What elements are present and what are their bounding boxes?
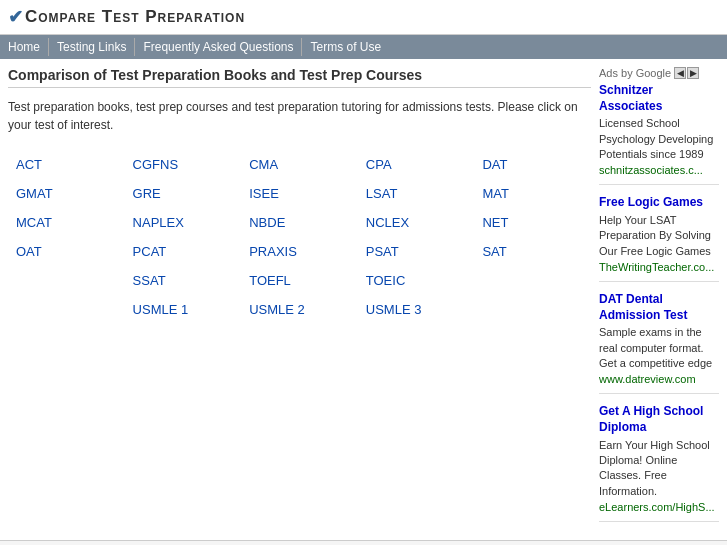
- test-link-gre[interactable]: GRE: [133, 186, 161, 201]
- test-link-cma[interactable]: CMA: [249, 157, 278, 172]
- ad-url-0: schnitzassociates.c...: [599, 164, 719, 176]
- test-link-nbde[interactable]: NBDE: [249, 215, 285, 230]
- page-title: Comparison of Test Preparation Books and…: [8, 67, 591, 88]
- test-link-net[interactable]: NET: [482, 215, 508, 230]
- nav-item-testing-links[interactable]: Testing Links: [49, 38, 135, 56]
- test-row: SSATTOEFLTOEIC: [8, 266, 591, 295]
- ad-title-1[interactable]: Free Logic Games: [599, 195, 719, 211]
- test-link-cgfns[interactable]: CGFNS: [133, 157, 179, 172]
- footer: © Test-Preparation.net:Compare Test Prep…: [0, 540, 727, 545]
- site-header: ✔ Compare Test Preparation: [0, 0, 727, 35]
- test-row: MCATNAPLEXNBDENCLEXNET: [8, 208, 591, 237]
- test-link-pcat[interactable]: PCAT: [133, 244, 167, 259]
- ad-url-3: eLearners.com/HighS...: [599, 501, 719, 513]
- ads-nav[interactable]: ◀ ▶: [674, 67, 699, 79]
- test-link-act[interactable]: ACT: [16, 157, 42, 172]
- site-logo-text: Compare Test Preparation: [25, 7, 245, 27]
- test-link-lsat[interactable]: LSAT: [366, 186, 398, 201]
- ad-title-3[interactable]: Get A High School Diploma: [599, 404, 719, 435]
- logo-check-icon: ✔: [8, 6, 23, 28]
- test-link-mcat[interactable]: MCAT: [16, 215, 52, 230]
- ads-prev-button[interactable]: ◀: [674, 67, 686, 79]
- test-link-ssat[interactable]: SSAT: [133, 273, 166, 288]
- test-link-cpa[interactable]: CPA: [366, 157, 392, 172]
- ad-block-2: DAT Dental Admission TestSample exams in…: [599, 292, 719, 394]
- test-link-usmle-1[interactable]: USMLE 1: [133, 302, 189, 317]
- ads-next-button[interactable]: ▶: [687, 67, 699, 79]
- main-wrapper: Comparison of Test Preparation Books and…: [0, 59, 727, 540]
- main-content: Comparison of Test Preparation Books and…: [8, 67, 591, 532]
- ad-url-2: www.datreview.com: [599, 373, 719, 385]
- nav-item-terms-of-use[interactable]: Terms of Use: [302, 38, 389, 56]
- test-link-dat[interactable]: DAT: [482, 157, 507, 172]
- ads-container: Schnitzer AssociatesLicensed School Psyc…: [599, 83, 719, 522]
- test-link-mat[interactable]: MAT: [482, 186, 508, 201]
- ad-body-1: Help Your LSAT Preparation By Solving Ou…: [599, 213, 719, 259]
- test-link-usmle-2[interactable]: USMLE 2: [249, 302, 305, 317]
- test-link-naplex[interactable]: NAPLEX: [133, 215, 184, 230]
- test-link-usmle-3[interactable]: USMLE 3: [366, 302, 422, 317]
- ad-title-2[interactable]: DAT Dental Admission Test: [599, 292, 719, 323]
- test-link-isee[interactable]: ISEE: [249, 186, 279, 201]
- test-link-psat[interactable]: PSAT: [366, 244, 399, 259]
- test-link-gmat[interactable]: GMAT: [16, 186, 53, 201]
- sidebar-ads: Ads by Google ◀ ▶ Schnitzer AssociatesLi…: [599, 67, 719, 532]
- nav-item-home[interactable]: Home: [8, 38, 49, 56]
- ad-title-0[interactable]: Schnitzer Associates: [599, 83, 719, 114]
- ads-header: Ads by Google ◀ ▶: [599, 67, 719, 79]
- ad-block-3: Get A High School DiplomaEarn Your High …: [599, 404, 719, 522]
- test-link-sat[interactable]: SAT: [482, 244, 506, 259]
- tests-table: ACTCGFNSCMACPADATGMATGREISEELSATMATMCATN…: [8, 150, 591, 324]
- ad-url-1: TheWritingTeacher.co...: [599, 261, 719, 273]
- test-link-toefl[interactable]: TOEFL: [249, 273, 291, 288]
- test-link-praxis[interactable]: PRAXIS: [249, 244, 297, 259]
- test-row: OATPCATPRAXISPSATSAT: [8, 237, 591, 266]
- test-link-toeic[interactable]: TOEIC: [366, 273, 406, 288]
- ad-block-0: Schnitzer AssociatesLicensed School Psyc…: [599, 83, 719, 185]
- test-row: GMATGREISEELSATMAT: [8, 179, 591, 208]
- test-link-oat[interactable]: OAT: [16, 244, 42, 259]
- ad-block-1: Free Logic GamesHelp Your LSAT Preparati…: [599, 195, 719, 282]
- intro-text: Test preparation books, test prep course…: [8, 98, 591, 134]
- ad-body-2: Sample exams in the real computer format…: [599, 325, 719, 371]
- test-link-nclex[interactable]: NCLEX: [366, 215, 409, 230]
- main-nav: HomeTesting LinksFrequently Asked Questi…: [0, 35, 727, 59]
- test-row: USMLE 1USMLE 2USMLE 3: [8, 295, 591, 324]
- ads-label: Ads by Google: [599, 67, 671, 79]
- ad-body-3: Earn Your High School Diploma! Online Cl…: [599, 438, 719, 500]
- ad-body-0: Licensed School Psychology Developing Po…: [599, 116, 719, 162]
- test-row: ACTCGFNSCMACPADAT: [8, 150, 591, 179]
- nav-item-frequently-asked-questions[interactable]: Frequently Asked Questions: [135, 38, 302, 56]
